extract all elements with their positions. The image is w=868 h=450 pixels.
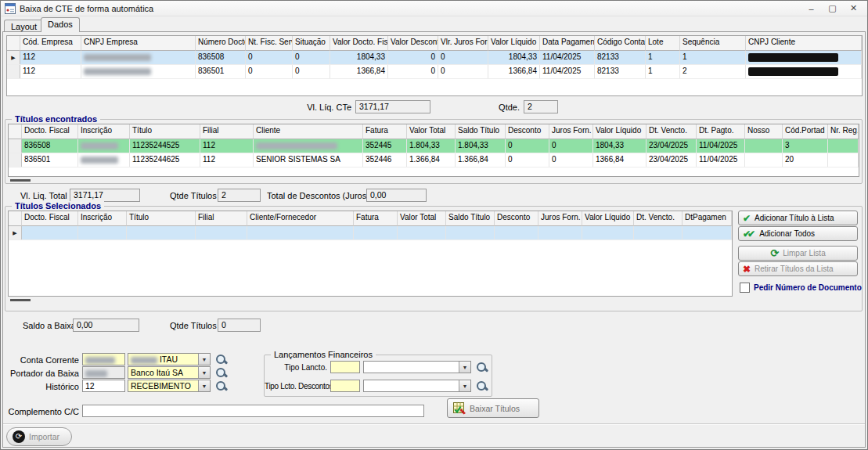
column-header[interactable]: Valor Total: [407, 124, 456, 139]
tipo-lancto-code-field[interactable]: [330, 361, 360, 373]
column-header[interactable]: Valor Desconto: [388, 36, 438, 51]
dropdown-arrow-icon[interactable]: ▼: [198, 380, 210, 391]
column-header[interactable]: Valor Líquido: [582, 211, 634, 226]
column-header[interactable]: Nr. Reg.: [828, 124, 859, 139]
historico-code-field[interactable]: 12: [82, 380, 125, 392]
column-header[interactable]: Desconto: [495, 211, 538, 226]
column-header[interactable]: Lote: [646, 36, 680, 51]
grid-cell: 1.366,84: [407, 153, 456, 167]
close-icon[interactable]: ✕: [843, 2, 864, 15]
column-header[interactable]: Inscrição: [78, 211, 127, 226]
conta-corrente-code-field[interactable]: [82, 353, 125, 365]
grid-cell: 352445: [363, 139, 407, 153]
column-header[interactable]: Valor Total: [398, 211, 446, 226]
column-header[interactable]: Fatura: [363, 124, 407, 139]
baixar-titulos-button[interactable]: Baixar Títulos: [447, 398, 539, 418]
column-header[interactable]: Saldo Título: [456, 124, 506, 139]
minimize-icon[interactable]: –: [801, 2, 822, 15]
grid-cell: 112: [200, 139, 254, 153]
search-icon[interactable]: [215, 367, 227, 379]
tipo-lcto-descontos-combo[interactable]: ▼: [363, 380, 471, 392]
column-header[interactable]: Cód. Empresa: [20, 36, 81, 51]
tipo-lcto-descontos-code-field[interactable]: [330, 380, 360, 392]
pedir-numero-checkbox[interactable]: [740, 283, 750, 293]
column-header[interactable]: Cliente/Fornecedor: [247, 211, 354, 226]
column-header[interactable]: Filial: [196, 211, 247, 226]
column-header[interactable]: Desconto: [506, 124, 549, 139]
grid-cell: [78, 153, 130, 167]
adicionar-todos-button[interactable]: ✔ ✔ Adicionar Todos: [738, 226, 858, 241]
grid-cell: 0: [293, 51, 330, 64]
column-header[interactable]: Filial: [200, 124, 254, 139]
table-row-empty-selected[interactable]: ▶: [9, 226, 732, 240]
column-header[interactable]: Dt. Vencto.: [646, 124, 697, 139]
search-icon[interactable]: [215, 354, 227, 365]
column-header[interactable]: DtPagamen: [683, 211, 732, 226]
grid-cell: 1: [646, 51, 680, 64]
portador-code-field[interactable]: [82, 366, 125, 379]
search-icon[interactable]: [476, 362, 488, 373]
column-header[interactable]: Cliente: [254, 124, 363, 139]
titlebar: Baixa de CTE de forma automática – ▢ ✕: [1, 1, 867, 16]
column-header[interactable]: Código Conta: [595, 36, 646, 51]
dropdown-arrow-icon[interactable]: ▼: [459, 362, 470, 373]
column-header[interactable]: CNPJ Cliente: [746, 36, 862, 51]
conta-corrente-combo[interactable]: ITAU ▼: [128, 353, 211, 365]
search-icon[interactable]: [215, 380, 227, 392]
dropdown-arrow-icon[interactable]: ▼: [198, 354, 210, 365]
tab-dados[interactable]: Dados: [41, 17, 80, 32]
column-header[interactable]: Docto. Fiscal: [22, 124, 78, 139]
table-row[interactable]: 112 836501 0 0 1366,84 0 0 1366,84 11/04…: [7, 65, 862, 79]
column-header[interactable]: Título: [130, 124, 200, 139]
column-header[interactable]: Número Docto.: [196, 36, 246, 51]
tipo-lancto-combo[interactable]: ▼: [363, 361, 471, 373]
adicionar-titulo-button[interactable]: ✔ Adicionar Título à Lista: [738, 211, 858, 225]
redacted-value: [748, 67, 838, 76]
column-header[interactable]: Nt. Fisc. Serv.: [246, 36, 293, 51]
column-header[interactable]: Título: [127, 211, 196, 226]
column-header[interactable]: Dt. Pagto.: [697, 124, 745, 139]
column-header[interactable]: Vlr. Juros Forn.: [438, 36, 488, 51]
column-header[interactable]: Sequência: [680, 36, 746, 51]
column-header[interactable]: Situação: [293, 36, 330, 51]
grid-cell: 1804,33: [593, 139, 646, 153]
complemento-input[interactable]: [82, 405, 424, 417]
grid-cell: 82133: [595, 51, 646, 64]
column-header[interactable]: Juros Forn.: [538, 211, 582, 226]
grid-cell: [746, 65, 862, 78]
button-label: Adicionar Todos: [759, 229, 815, 238]
row-indicator-icon: ▶: [9, 226, 22, 239]
column-header[interactable]: Nosso: [745, 124, 783, 139]
maximize-icon[interactable]: ▢: [822, 2, 843, 15]
limpar-lista-button[interactable]: ⟳ Limpar Lista: [738, 246, 858, 261]
row-indicator: [9, 139, 22, 153]
portador-da-baixa-label: Portador da Baixa: [7, 369, 79, 378]
column-header[interactable]: Inscrição: [78, 124, 130, 139]
dropdown-arrow-icon[interactable]: ▼: [198, 367, 210, 378]
column-header[interactable]: Docto. Fiscal: [22, 211, 78, 226]
column-header[interactable]: Dt. Vencto.: [634, 211, 683, 226]
column-header[interactable]: Valor Líquido: [488, 36, 540, 51]
horizontal-scrollbar[interactable]: [10, 299, 31, 301]
search-icon[interactable]: [476, 380, 488, 392]
retirar-titulos-button[interactable]: ✖ Retirar Títulos da Lista: [738, 261, 858, 276]
grid-cell: 0: [388, 65, 438, 78]
column-header[interactable]: Saldo Título: [446, 211, 495, 226]
column-header[interactable]: Data Pagamento: [540, 36, 595, 51]
table-row[interactable]: 836501 11235244625 112 SENIOR SISTEMAS S…: [9, 153, 859, 167]
horizontal-scrollbar[interactable]: [10, 179, 31, 182]
table-row[interactable]: ▶ 112 836508 0 0 1804,33 0 0 1804,33 11/…: [7, 51, 862, 65]
table-row[interactable]: 836508 11235244525 112 352445 1.804,33 1…: [9, 139, 859, 153]
historico-combo[interactable]: RECEBIMENTO ▼: [128, 380, 211, 392]
column-header[interactable]: Juros Forn.: [549, 124, 593, 139]
dropdown-arrow-icon[interactable]: ▼: [459, 380, 470, 391]
tab-layout[interactable]: Layout: [4, 20, 44, 32]
check-icon: ✔: [743, 214, 751, 222]
column-header[interactable]: Cód.Portad: [783, 124, 828, 139]
portador-combo[interactable]: Banco Itaú SA ▼: [128, 366, 211, 379]
column-header[interactable]: Fatura: [354, 211, 398, 226]
column-header[interactable]: Valor Docto. Fiscal: [330, 36, 388, 51]
importar-button[interactable]: ⟳ Importar: [6, 427, 72, 446]
column-header[interactable]: Valor Líquido: [593, 124, 646, 139]
column-header[interactable]: CNPJ Empresa: [81, 36, 196, 51]
